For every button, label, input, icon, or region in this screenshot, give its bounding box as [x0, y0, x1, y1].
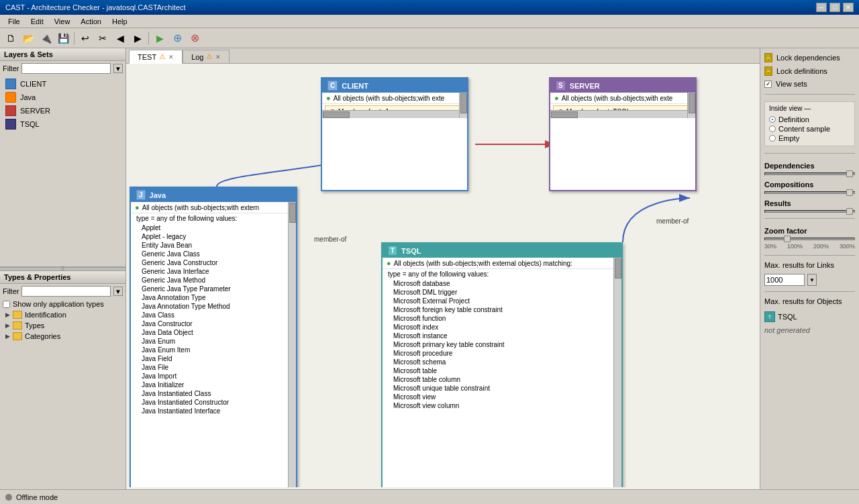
tsql-scrollbar[interactable]: [613, 258, 621, 487]
show-only-checkbox[interactable]: [3, 301, 10, 308]
server-box-header: S SERVER: [550, 79, 695, 93]
tree-types[interactable]: ▶ Types: [0, 320, 125, 331]
server-scrollbar[interactable]: [687, 93, 695, 118]
tab-test-close[interactable]: ✕: [168, 54, 174, 60]
layers-filter-input[interactable]: [21, 63, 111, 74]
tsql-type-pk: Microsoft primary key table constraint: [383, 340, 621, 349]
tab-log-close[interactable]: ✕: [215, 54, 221, 60]
menu-edit[interactable]: Edit: [26, 16, 49, 27]
java-types-list[interactable]: Applet Applet - legacy Entity Java Bean …: [131, 223, 296, 415]
member-of-label-2: member-of: [656, 217, 689, 225]
tsql-type-index: Microsoft index: [383, 323, 621, 332]
toolbar-run[interactable]: ▶: [152, 30, 168, 46]
toolbar-cut[interactable]: ✂: [95, 30, 111, 46]
server-h-thumb[interactable]: [551, 111, 578, 118]
java-green-icon: ●: [135, 203, 140, 211]
lock-deps-row: 🔒 Lock dependencies: [764, 52, 855, 63]
java-type-applet: Applet: [131, 223, 296, 232]
window-controls[interactable]: ─ □ ✕: [816, 3, 854, 12]
inside-view-label: Inside view —: [769, 105, 850, 112]
layer-item-client[interactable]: CLIENT: [0, 77, 125, 91]
java-type-import: Java Import: [131, 372, 296, 381]
server-scrollbar-thumb[interactable]: [689, 93, 695, 113]
tsql-type-viewcolumn: Microsoft view column: [383, 401, 621, 410]
member-of-label-1: member-of: [314, 236, 347, 243]
server-h-scrollbar[interactable]: [550, 110, 687, 118]
tab-log[interactable]: Log ⚠ ✕: [183, 50, 230, 63]
max-objects-label: Max. results for Objects: [764, 297, 855, 305]
zoom-300: 300%: [840, 243, 855, 250]
toolbar-save[interactable]: 💾: [55, 30, 71, 46]
types-filter-btn[interactable]: ▼: [113, 287, 123, 296]
compositions-slider-thumb[interactable]: [846, 189, 853, 196]
definition-radio[interactable]: [769, 116, 776, 123]
types-filter-input[interactable]: [21, 286, 111, 297]
toolbar-add[interactable]: ⊕: [169, 30, 185, 46]
menu-help[interactable]: Help: [107, 16, 133, 27]
empty-label: Empty: [778, 134, 799, 142]
client-scrollbar[interactable]: [459, 93, 467, 118]
server-green-icon: ●: [554, 94, 559, 102]
menu-action[interactable]: Action: [75, 16, 107, 27]
java-type-constructor: Java Constructor: [131, 319, 296, 328]
types-filter-row: Filter ▼: [0, 284, 125, 299]
tsql-type-unique: Microsoft unique table constraint: [383, 384, 621, 393]
tab-test[interactable]: TEST ⚠ ✕: [129, 50, 183, 64]
tab-log-warn-icon: ⚠: [206, 52, 213, 61]
results-slider-thumb[interactable]: [846, 208, 853, 215]
menu-view[interactable]: View: [49, 16, 76, 27]
toolbar-remove[interactable]: ⊗: [187, 30, 203, 46]
empty-radio[interactable]: [769, 135, 776, 142]
java-type-field: Java Field: [131, 354, 296, 363]
definition-radio-row[interactable]: Definition: [769, 115, 850, 124]
left-panel: Layers & Sets Filter ▼ CLIENT Java SERVE…: [0, 48, 126, 489]
filter2-label: Filter: [3, 287, 19, 295]
dependencies-slider-thumb[interactable]: [846, 170, 853, 177]
max-links-input[interactable]: [764, 274, 805, 286]
compositions-slider-track[interactable]: [764, 191, 855, 194]
statusbar: Offline mode: [0, 489, 859, 504]
view-sets-row[interactable]: View sets: [764, 79, 855, 89]
content-sample-radio[interactable]: [769, 125, 776, 132]
zoom-slider-thumb[interactable]: [784, 236, 791, 242]
tsql-types-list[interactable]: Microsoft database Microsoft DML trigger…: [383, 279, 621, 410]
empty-radio-row[interactable]: Empty: [769, 134, 850, 143]
layers-filter-btn[interactable]: ▼: [113, 64, 123, 73]
layer-item-java[interactable]: Java: [0, 91, 125, 104]
canvas-content[interactable]: member-of member-of C CLIENT ● All objec…: [126, 64, 760, 487]
compositions-slider-row: [764, 191, 855, 194]
tsql-type-database: Microsoft database: [383, 279, 621, 288]
lock-deps-label: Lock dependencies: [776, 54, 840, 62]
tsql-all-objects: All objects (with sub-objects;with exter…: [394, 260, 572, 267]
toolbar-forward[interactable]: ▶: [130, 30, 146, 46]
toolbar-new[interactable]: 🗋: [3, 30, 19, 46]
menu-file[interactable]: File: [3, 16, 26, 27]
layer-item-server[interactable]: SERVER: [0, 104, 125, 117]
tsql-scrollbar-thumb[interactable]: [615, 258, 621, 279]
maximize-button[interactable]: □: [829, 3, 840, 12]
client-scrollbar-thumb[interactable]: [460, 93, 467, 113]
toolbar-undo[interactable]: ↩: [77, 30, 93, 46]
java-content: ● All objects (with sub-objects;with ext…: [131, 202, 296, 487]
java-type-annotation-method: Java Annotation Type Method: [131, 302, 296, 311]
layer-item-tsql[interactable]: TSQL: [0, 117, 125, 131]
client-h-scrollbar[interactable]: [322, 110, 459, 118]
toolbar-back[interactable]: ◀: [112, 30, 128, 46]
tree-identification[interactable]: ▶ Identification: [0, 309, 125, 320]
dependencies-slider-track[interactable]: [764, 172, 855, 175]
toolbar-open[interactable]: 📂: [20, 30, 36, 46]
tree-categories[interactable]: ▶ Categories: [0, 331, 125, 342]
content-sample-radio-row[interactable]: Content sample: [769, 124, 850, 134]
client-h-thumb[interactable]: [323, 111, 350, 118]
java-scrollbar[interactable]: [288, 202, 296, 487]
max-links-dropdown[interactable]: ▼: [807, 274, 817, 286]
zoom-slider-track[interactable]: [764, 238, 855, 240]
close-button[interactable]: ✕: [843, 3, 854, 12]
tsql-icon: T: [388, 246, 397, 256]
toolbar-plugin[interactable]: 🔌: [38, 30, 54, 46]
java-scrollbar-thumb[interactable]: [289, 203, 296, 223]
tsql-type-tablecolumn: Microsoft table column: [383, 375, 621, 384]
view-sets-checkbox[interactable]: [764, 81, 772, 88]
results-slider-track[interactable]: [764, 210, 855, 213]
minimize-button[interactable]: ─: [816, 3, 827, 12]
